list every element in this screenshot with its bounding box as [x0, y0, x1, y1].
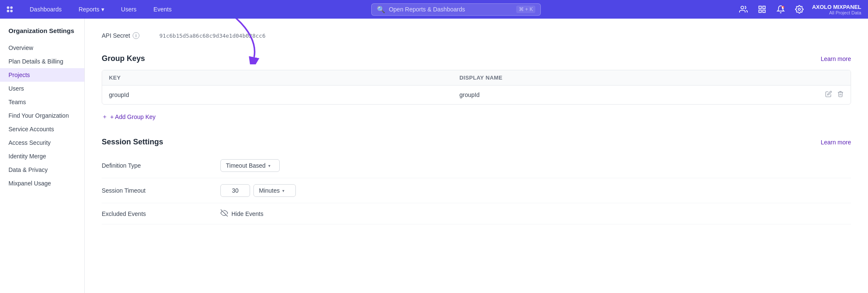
svg-rect-4: [763, 10, 765, 13]
topnav-right: 1 AXOLO MIXPANEL All Project Data: [737, 3, 861, 15]
nav-dashboards[interactable]: Dashboards: [26, 4, 65, 14]
session-timeout-control: Minutes ▾: [220, 184, 851, 197]
edit-icon[interactable]: [825, 91, 832, 99]
col-key: Key: [109, 75, 459, 81]
api-secret-info-icon[interactable]: i: [133, 32, 139, 39]
api-secret-row: API Secret i 91c6b15d5a86c68c9d34e1d04b0…: [102, 29, 851, 47]
definition-type-control: Timeout Based ▾: [220, 159, 851, 172]
col-display-name: Display Name: [459, 75, 810, 81]
nav-events[interactable]: Events: [150, 4, 175, 14]
logo[interactable]: [7, 6, 13, 12]
sidebar-title: Organization Settings: [0, 27, 84, 41]
chevron-down-icon: ▾: [268, 163, 270, 168]
search-bar: 🔍 Open Reports & Dashboards ⌘ + K: [185, 3, 727, 16]
session-learn-more[interactable]: Learn more: [821, 139, 851, 146]
add-group-key-button[interactable]: ＋ + Add Group Key: [102, 110, 851, 124]
table-header: Key Display Name: [102, 70, 851, 86]
chevron-down-icon: ▾: [101, 6, 104, 13]
group-keys-learn-more[interactable]: Learn more: [821, 55, 851, 62]
search-icon: 🔍: [377, 6, 385, 14]
session-timeout-input[interactable]: [220, 184, 250, 197]
sidebar-item-data-privacy[interactable]: Data & Privacy: [0, 163, 84, 177]
group-key-value: groupId: [109, 91, 459, 98]
eye-slash-icon: [220, 209, 228, 218]
session-settings-section: Session Settings Learn more Definition T…: [102, 138, 851, 224]
sidebar-item-projects[interactable]: Projects: [0, 68, 84, 82]
grid-icon-button[interactable]: [756, 3, 768, 15]
group-keys-table: Key Display Name groupId groupId: [102, 70, 851, 105]
api-secret-value: 91c6b15d5a86c68c9d34e1d04b028cc6: [159, 33, 265, 39]
gear-icon-button[interactable]: [793, 3, 805, 15]
svg-point-0: [741, 6, 744, 9]
sidebar-item-service-accounts[interactable]: Service Accounts: [0, 122, 84, 136]
definition-type-row: Definition Type Timeout Based ▾: [102, 153, 851, 178]
table-row: groupId groupId: [102, 86, 851, 104]
svg-text:1: 1: [782, 6, 784, 9]
sidebar-item-teams[interactable]: Teams: [0, 95, 84, 109]
sidebar-item-mixpanel-usage[interactable]: Mixpanel Usage: [0, 177, 84, 190]
sidebar-item-identity-merge[interactable]: Identity Merge: [0, 149, 84, 163]
sidebar: Organization Settings Overview Plan Deta…: [0, 19, 85, 293]
excluded-events-label: Excluded Events: [102, 210, 220, 217]
session-timeout-label: Session Timeout: [102, 187, 220, 194]
excluded-events-row: Excluded Events Hide Events: [102, 203, 851, 224]
table-row-actions: [810, 91, 844, 99]
search-input[interactable]: 🔍 Open Reports & Dashboards ⌘ + K: [371, 3, 541, 16]
page-layout: Organization Settings Overview Plan Deta…: [0, 19, 868, 293]
group-keys-title: Group Keys: [102, 54, 145, 63]
trash-icon[interactable]: [837, 91, 844, 99]
hide-events-button[interactable]: Hide Events: [220, 209, 263, 218]
sidebar-item-access-security[interactable]: Access Security: [0, 136, 84, 149]
session-settings-header: Session Settings Learn more: [102, 138, 851, 146]
excluded-events-control: Hide Events: [220, 209, 851, 218]
session-timeout-row: Session Timeout Minutes ▾: [102, 178, 851, 203]
definition-type-label: Definition Type: [102, 162, 220, 169]
definition-type-dropdown[interactable]: Timeout Based ▾: [220, 159, 280, 172]
svg-point-7: [798, 8, 800, 11]
chevron-down-icon: ▾: [282, 188, 284, 193]
sidebar-item-find-org[interactable]: Find Your Organization: [0, 109, 84, 122]
api-secret-label: API Secret i: [102, 32, 153, 39]
sidebar-item-users[interactable]: Users: [0, 82, 84, 95]
people-icon-button[interactable]: [737, 3, 749, 15]
main-content: API Secret i 91c6b15d5a86c68c9d34e1d04b0…: [85, 19, 868, 293]
minutes-dropdown[interactable]: Minutes ▾: [253, 184, 296, 197]
group-display-name-value: groupId: [459, 91, 810, 98]
nav-reports[interactable]: Reports ▾: [75, 4, 108, 14]
user-info[interactable]: AXOLO MIXPANEL All Project Data: [812, 4, 861, 15]
bell-icon-button[interactable]: 1: [775, 3, 787, 15]
svg-rect-2: [763, 6, 765, 9]
nav-users[interactable]: Users: [118, 4, 140, 14]
svg-rect-3: [759, 10, 761, 13]
sidebar-item-plan-details[interactable]: Plan Details & Billing: [0, 55, 84, 68]
top-navigation: Dashboards Reports ▾ Users Events 🔍 Open…: [0, 0, 868, 19]
svg-rect-1: [759, 6, 761, 9]
plus-icon: ＋: [102, 113, 108, 121]
session-settings-title: Session Settings: [102, 138, 163, 146]
sidebar-item-overview[interactable]: Overview: [0, 41, 84, 55]
col-actions: [810, 75, 844, 81]
group-keys-header: Group Keys Learn more: [102, 54, 851, 63]
